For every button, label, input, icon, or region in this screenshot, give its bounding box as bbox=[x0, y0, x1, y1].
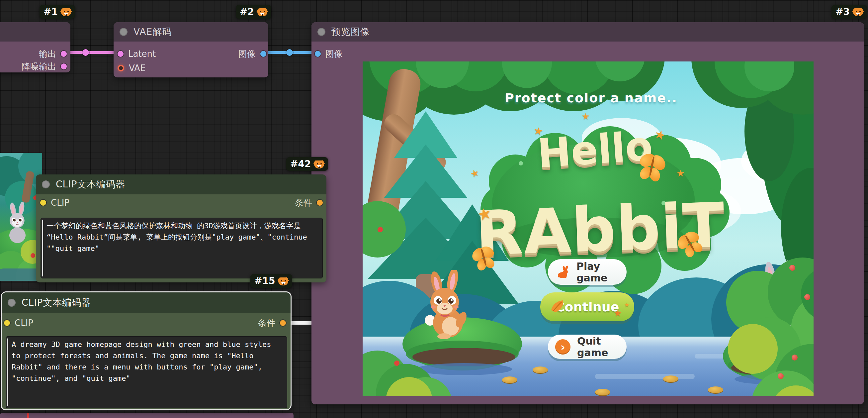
prompt-textarea[interactable]: A dreamy 3D game homepage design with gr… bbox=[6, 336, 287, 408]
input-clip[interactable]: CLIP bbox=[4, 317, 33, 329]
berry bbox=[394, 360, 400, 366]
berry bbox=[377, 227, 383, 232]
node-badge-1: #1 bbox=[39, 5, 75, 19]
node-title: CLIP文本编码器 bbox=[22, 296, 91, 309]
port-dot-denoised[interactable] bbox=[61, 63, 67, 69]
output-denoised[interactable]: 降噪输出 bbox=[22, 60, 67, 72]
status-dot[interactable] bbox=[120, 28, 127, 36]
wire-dot-pink[interactable] bbox=[82, 49, 89, 56]
node-sampler-partial[interactable]: 输出 降噪输出 bbox=[0, 22, 70, 72]
fox-icon bbox=[61, 8, 71, 16]
node-header[interactable]: 预览图像 bbox=[311, 22, 864, 41]
status-dot[interactable] bbox=[317, 28, 326, 36]
orange-rabbit-character bbox=[424, 270, 474, 340]
coin bbox=[502, 377, 517, 383]
input-vae[interactable]: VAE bbox=[118, 62, 146, 74]
node-vae-decode[interactable]: VAE解码 Latent VAE 图像 bbox=[114, 22, 268, 78]
node-clip-encoder-42[interactable]: CLIP文本编码器 CLIP 条件 一个梦幻的绿色和蓝色风格的保护森林和动物 的… bbox=[36, 174, 327, 282]
node-header[interactable] bbox=[0, 22, 70, 41]
wire-stub bbox=[27, 413, 29, 418]
game-continue-button: Continue ★ ★ bbox=[540, 292, 634, 321]
port-label: 图像 bbox=[239, 48, 256, 60]
partial-node-top[interactable] bbox=[0, 413, 293, 418]
port-dot-image[interactable] bbox=[260, 51, 266, 57]
star-icon: ★ bbox=[469, 167, 480, 180]
badge-number: #1 bbox=[43, 6, 58, 17]
port-label: 图像 bbox=[326, 48, 343, 60]
port-dot-output[interactable] bbox=[61, 51, 67, 57]
coin bbox=[533, 366, 548, 373]
status-dot[interactable] bbox=[8, 299, 16, 307]
input-clip[interactable]: CLIP bbox=[40, 197, 69, 209]
output-conditioning[interactable]: 条件 bbox=[295, 197, 323, 209]
gray-rabbit-small bbox=[6, 202, 32, 244]
port-dot-clip[interactable] bbox=[40, 200, 46, 206]
prompt-text: A dreamy 3D game homepage design with gr… bbox=[11, 339, 285, 406]
berry bbox=[792, 355, 798, 360]
node-header[interactable]: CLIP文本编码器 bbox=[36, 174, 327, 195]
input-latent[interactable]: Latent bbox=[118, 48, 156, 60]
output-image[interactable]: 图像 bbox=[239, 48, 266, 60]
node-badge-15: #15 bbox=[250, 274, 292, 288]
port-dot-conditioning[interactable] bbox=[280, 320, 286, 326]
foreground-bush bbox=[728, 324, 778, 374]
node-badge-42: #42 bbox=[286, 157, 328, 171]
node-badge-3: #3 bbox=[832, 5, 867, 19]
port-label: 条件 bbox=[258, 317, 275, 329]
port-label: 输出 bbox=[39, 48, 56, 60]
node-clip-encoder-15[interactable]: CLIP文本编码器 CLIP 条件 A dreamy 3D game homep… bbox=[1, 291, 291, 410]
port-dot-latent[interactable] bbox=[118, 51, 124, 57]
badge-number: #2 bbox=[240, 6, 254, 17]
wire-dot-blue[interactable] bbox=[286, 49, 293, 56]
butterfly-icon bbox=[636, 150, 668, 182]
node-preview-image[interactable]: 预览图像 图像 Protect color a name.. Hello RAb… bbox=[311, 22, 864, 405]
fox-icon bbox=[314, 160, 324, 169]
port-dot-image[interactable] bbox=[315, 51, 321, 57]
berry bbox=[31, 253, 35, 258]
output-conditioning[interactable]: 条件 bbox=[258, 317, 286, 329]
star-icon: ★ bbox=[614, 308, 622, 318]
fox-icon bbox=[278, 277, 288, 286]
island-reflection bbox=[416, 363, 512, 375]
text-caret bbox=[7, 338, 8, 406]
port-dot-vae[interactable] bbox=[118, 65, 124, 71]
node-title: VAE解码 bbox=[133, 26, 172, 38]
status-dot[interactable] bbox=[42, 180, 50, 188]
port-label: CLIP bbox=[51, 198, 69, 208]
game-button-label: Play game bbox=[577, 261, 627, 284]
port-label: VAE bbox=[129, 63, 146, 73]
berry bbox=[778, 373, 784, 379]
game-button-label: Quit game bbox=[577, 335, 627, 359]
port-dot-clip[interactable] bbox=[4, 320, 10, 326]
coin bbox=[595, 389, 610, 395]
chevron-right-icon: › bbox=[555, 339, 570, 355]
port-label: 降噪输出 bbox=[22, 61, 56, 72]
port-label: CLIP bbox=[14, 318, 33, 328]
output-latent[interactable]: 输出 bbox=[39, 48, 67, 60]
text-caret bbox=[42, 220, 43, 276]
node-header[interactable]: CLIP文本编码器 bbox=[2, 292, 290, 313]
star-icon: ★ bbox=[582, 111, 589, 121]
fox-icon bbox=[257, 8, 267, 16]
berry bbox=[804, 294, 810, 300]
badge-number: #15 bbox=[254, 275, 275, 287]
node-graph-canvas[interactable]: 预览图像 图像 Protect color a name.. Hello RAb… bbox=[0, 0, 868, 418]
node-title: CLIP文本编码器 bbox=[56, 178, 125, 191]
node-badge-2: #2 bbox=[236, 5, 271, 19]
fox-icon bbox=[853, 8, 863, 16]
game-play-button: Play game bbox=[548, 259, 627, 285]
prompt-textarea[interactable]: 一个梦幻的绿色和蓝色风格的保护森林和动物 的3D游戏首页设计，游戏名字是 “He… bbox=[40, 218, 323, 278]
port-dot-conditioning[interactable] bbox=[317, 200, 323, 206]
coin bbox=[708, 386, 723, 393]
input-image[interactable]: 图像 bbox=[315, 48, 343, 60]
rabbit-icon bbox=[557, 266, 570, 279]
node-title: 预览图像 bbox=[331, 26, 370, 38]
port-label: 条件 bbox=[295, 197, 312, 209]
badge-number: #3 bbox=[835, 6, 850, 17]
node-header[interactable]: VAE解码 bbox=[114, 22, 268, 41]
ripple bbox=[595, 374, 695, 379]
prompt-text: 一个梦幻的绿色和蓝色风格的保护森林和动物 的3D游戏首页设计，游戏名字是 “He… bbox=[46, 220, 320, 276]
berry bbox=[789, 265, 795, 271]
star-icon: ★ bbox=[676, 168, 685, 179]
badge-number: #42 bbox=[290, 158, 311, 170]
